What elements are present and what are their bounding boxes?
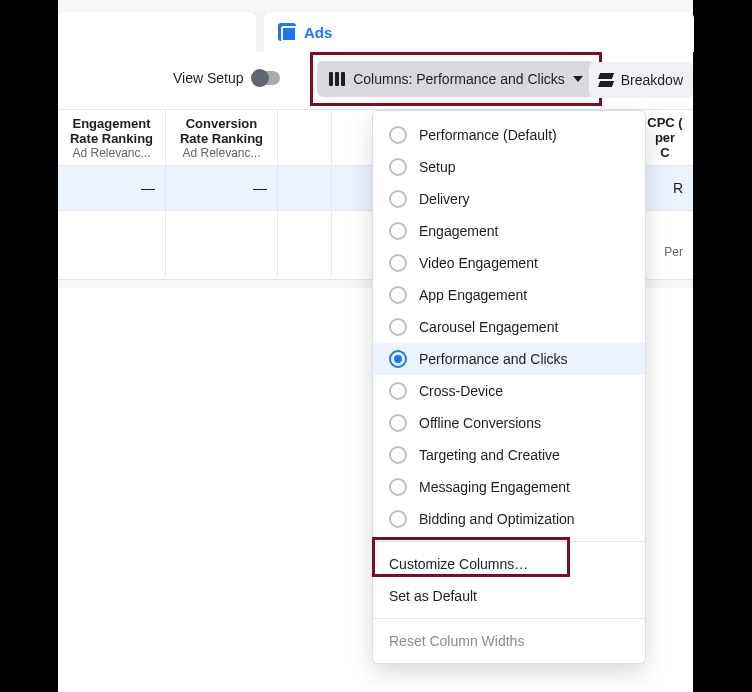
option-label: Bidding and Optimization xyxy=(419,511,575,527)
view-setup-label: View Setup xyxy=(173,70,244,86)
radio-icon xyxy=(389,414,407,432)
customize-columns-action[interactable]: Customize Columns… xyxy=(373,548,645,580)
divider xyxy=(373,618,645,619)
radio-icon xyxy=(389,254,407,272)
radio-icon xyxy=(389,158,407,176)
column-preset-option[interactable]: Video Engagement xyxy=(373,247,645,279)
option-label: Engagement xyxy=(419,223,498,239)
radio-icon xyxy=(389,510,407,528)
columns-button-label: Columns: Performance and Clicks xyxy=(353,71,565,87)
option-label: Messaging Engagement xyxy=(419,479,570,495)
column-preset-option[interactable]: Targeting and Creative xyxy=(373,439,645,471)
footer-value xyxy=(679,229,683,245)
col-title: Engagement Rate Ranking xyxy=(66,117,157,147)
reset-widths-action[interactable]: Reset Column Widths xyxy=(373,625,645,657)
column-preset-option[interactable]: Engagement xyxy=(373,215,645,247)
option-label: Setup xyxy=(419,159,456,175)
option-label: Cross-Device xyxy=(419,383,503,399)
option-label: Delivery xyxy=(419,191,470,207)
footer-cell xyxy=(278,211,332,276)
col-title: CPC ( xyxy=(645,116,685,131)
radio-icon xyxy=(389,382,407,400)
view-setup-group: View Setup xyxy=(173,70,280,86)
column-preset-option[interactable]: Delivery xyxy=(373,183,645,215)
column-preset-option[interactable]: Carousel Engagement xyxy=(373,311,645,343)
option-label: App Engagement xyxy=(419,287,527,303)
footer-cell xyxy=(166,211,278,276)
tab-ads[interactable]: Ads xyxy=(264,12,694,52)
view-setup-toggle[interactable] xyxy=(252,71,280,85)
option-label: Performance and Clicks xyxy=(419,351,568,367)
cell-conversion: — xyxy=(166,166,278,210)
column-preset-option[interactable]: Setup xyxy=(373,151,645,183)
column-preset-option[interactable]: Performance (Default) xyxy=(373,119,645,151)
col-title: Conversion Rate Ranking xyxy=(174,117,269,147)
set-default-action[interactable]: Set as Default xyxy=(373,580,645,612)
col-title3: C xyxy=(645,146,685,161)
col-header-gap[interactable] xyxy=(278,110,332,165)
footer-cell xyxy=(58,211,166,276)
radio-icon xyxy=(389,286,407,304)
column-preset-option[interactable]: Performance and Clicks xyxy=(373,343,645,375)
breakdown-label: Breakdow xyxy=(621,72,683,88)
radio-icon xyxy=(389,318,407,336)
col-header-engagement[interactable]: Engagement Rate Ranking Ad Relevanc... xyxy=(58,110,166,165)
radio-icon xyxy=(389,190,407,208)
divider xyxy=(373,541,645,542)
columns-button-highlight: Columns: Performance and Clicks xyxy=(310,52,602,106)
option-label: Targeting and Creative xyxy=(419,447,560,463)
tab-previous[interactable] xyxy=(58,12,256,52)
toolbar: View Setup Columns: Performance and Clic… xyxy=(58,52,693,110)
option-label: Carousel Engagement xyxy=(419,319,558,335)
cell-engagement: — xyxy=(58,166,166,210)
column-preset-option[interactable]: Messaging Engagement xyxy=(373,471,645,503)
cell-gap xyxy=(278,166,332,210)
tab-ads-label: Ads xyxy=(304,24,332,41)
radio-icon xyxy=(389,126,407,144)
radio-icon xyxy=(389,222,407,240)
column-preset-option[interactable]: App Engagement xyxy=(373,279,645,311)
tabs-row: Ads xyxy=(58,12,693,52)
option-label: Video Engagement xyxy=(419,255,538,271)
columns-dropdown-menu: Performance (Default)SetupDeliveryEngage… xyxy=(372,110,646,664)
columns-dropdown-button[interactable]: Columns: Performance and Clicks xyxy=(317,61,595,97)
col-header-conversion[interactable]: Conversion Rate Ranking Ad Relevanc... xyxy=(166,110,278,165)
column-preset-option[interactable]: Cross-Device xyxy=(373,375,645,407)
col-subtitle: Ad Relevanc... xyxy=(174,146,269,160)
radio-icon xyxy=(389,446,407,464)
columns-icon xyxy=(329,72,345,86)
chevron-down-icon xyxy=(573,76,583,82)
option-label: Performance (Default) xyxy=(419,127,557,143)
column-preset-option[interactable]: Offline Conversions xyxy=(373,407,645,439)
breakdown-button[interactable]: Breakdow xyxy=(589,62,693,98)
breakdown-icon xyxy=(599,73,613,87)
ads-icon xyxy=(278,23,296,41)
option-label: Offline Conversions xyxy=(419,415,541,431)
col-title2: per xyxy=(645,131,685,146)
column-preset-option[interactable]: Bidding and Optimization xyxy=(373,503,645,535)
footer-sub: Per xyxy=(664,245,683,259)
radio-icon xyxy=(389,478,407,496)
col-subtitle: Ad Relevanc... xyxy=(66,146,157,160)
radio-icon xyxy=(389,350,407,368)
